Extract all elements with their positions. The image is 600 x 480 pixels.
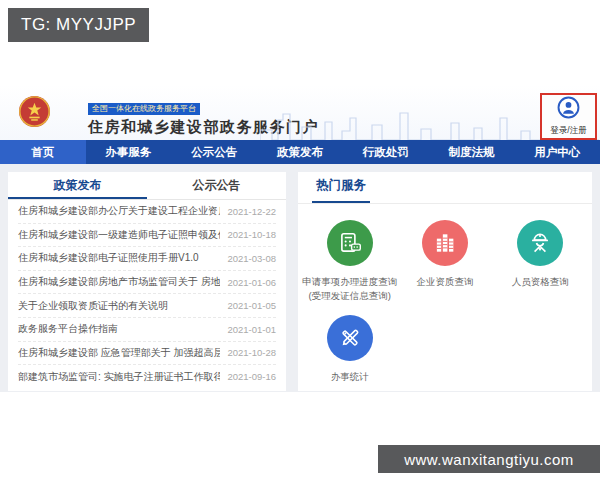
- list-item-title: 住房和城乡建设部一级建造师电子证照申领及使用手册: [18, 228, 220, 242]
- policy-panel-tabs: 政策发布 公示公告: [8, 172, 286, 200]
- platform-badge: 全国一体化在线政务服务平台: [88, 103, 200, 115]
- watermark-bar: www.wanxitangtiyu.com: [378, 445, 600, 473]
- tg-overlay-label: TG: MYYJJPP: [8, 8, 149, 42]
- list-item[interactable]: 住房和城乡建设部 应急管理部关于 加强超高层建筑规划建设...2021-10-2…: [18, 342, 276, 366]
- tab-public-notice[interactable]: 公示公告: [147, 172, 286, 199]
- list-item-title: 住房和城乡建设部电子证照使用手册V1.0: [18, 251, 199, 265]
- policy-list: 住房和城乡建设部办公厅关于建设工程企业资质统一延续有关...2021-12-22…: [8, 200, 286, 389]
- list-item-date: 2021-01-06: [227, 277, 276, 288]
- hot-services-header: 热门服务: [298, 172, 592, 204]
- list-item-date: 2021-01-05: [227, 300, 276, 311]
- site-header: 全国一体化在线政务服务平台 住房和城乡建设部政务服务门户 登录/注册: [0, 85, 600, 140]
- hot-services-title: 热门服务: [312, 177, 370, 203]
- service-label: 办事统计: [331, 370, 369, 384]
- nav-item-2[interactable]: 公示公告: [171, 140, 257, 164]
- list-item-date: 2021-10-28: [227, 347, 276, 358]
- service-label: 企业资质查询: [416, 275, 473, 289]
- national-emblem-icon: [18, 95, 51, 128]
- list-item[interactable]: 政务服务平台操作指南2021-01-01: [18, 318, 276, 342]
- service-worker[interactable]: 人员资格查询: [493, 220, 588, 303]
- service-building[interactable]: 企业资质查询: [397, 220, 492, 303]
- service-statistics[interactable]: 办事统计: [302, 315, 397, 384]
- site-title: 住房和城乡建设部政务服务门户: [88, 118, 319, 137]
- service-label: 人员资格查询: [512, 275, 569, 289]
- list-item[interactable]: 关于企业领取资质证书的有关说明2021-01-05: [18, 294, 276, 318]
- list-item-title: 关于企业领取资质证书的有关说明: [18, 299, 168, 313]
- service-calculator[interactable]: 申请事项办理进度查询(受理发证信息查询): [302, 220, 397, 303]
- main-navigation: 首页办事服务公示公告政策发布行政处罚制度法规用户中心: [0, 140, 600, 164]
- login-register-label: 登录/注册: [550, 125, 586, 137]
- statistics-icon: [327, 315, 373, 361]
- worker-icon: [517, 220, 563, 266]
- list-item-date: 2021-01-01: [227, 324, 276, 335]
- tab-policy-release[interactable]: 政策发布: [8, 172, 147, 199]
- list-item-title: 部建筑市场监管司: 实施电子注册证书工作取得初步进展: [18, 370, 220, 384]
- list-item[interactable]: 住房和城乡建设部一级建造师电子证照申领及使用手册2021-10-18: [18, 224, 276, 248]
- nav-item-4[interactable]: 行政处罚: [343, 140, 429, 164]
- nav-item-6[interactable]: 用户中心: [514, 140, 600, 164]
- service-label: 申请事项办理进度查询(受理发证信息查询): [302, 275, 397, 303]
- list-item-date: 2021-10-18: [227, 229, 276, 240]
- nav-item-3[interactable]: 政策发布: [257, 140, 343, 164]
- policy-panel: 政策发布 公示公告 住房和城乡建设部办公厅关于建设工程企业资质统一延续有关...…: [8, 172, 286, 391]
- service-sublabel: (受理发证信息查询): [302, 289, 397, 303]
- nav-item-0[interactable]: 首页: [0, 140, 86, 164]
- list-item[interactable]: 部建筑市场监管司: 实施电子注册证书工作取得初步进展2021-09-16: [18, 365, 276, 389]
- nav-item-1[interactable]: 办事服务: [86, 140, 172, 164]
- building-icon: [422, 220, 468, 266]
- list-item-title: 政务服务平台操作指南: [18, 322, 118, 336]
- content-area: 政策发布 公示公告 住房和城乡建设部办公厅关于建设工程企业资质统一延续有关...…: [0, 164, 600, 392]
- hot-services-grid: 申请事项办理进度查询(受理发证信息查询)企业资质查询人员资格查询办事统计: [298, 204, 592, 395]
- user-avatar-icon: [557, 96, 580, 123]
- list-item-date: 2021-03-08: [227, 253, 276, 264]
- list-item[interactable]: 住房和城乡建设部房地产市场监管司关于 房地产开发企业一级...2021-01-0…: [18, 271, 276, 295]
- hot-services-panel: 热门服务 申请事项办理进度查询(受理发证信息查询)企业资质查询人员资格查询办事统…: [298, 172, 592, 391]
- list-item-title: 住房和城乡建设部房地产市场监管司关于 房地产开发企业一级...: [18, 275, 220, 289]
- list-item-title: 住房和城乡建设部 应急管理部关于 加强超高层建筑规划建设...: [18, 346, 220, 360]
- nav-item-5[interactable]: 制度法规: [429, 140, 515, 164]
- header-text: 全国一体化在线政务服务平台 住房和城乡建设部政务服务门户: [88, 97, 319, 137]
- login-register-button[interactable]: 登录/注册: [540, 93, 597, 140]
- list-item[interactable]: 住房和城乡建设部电子证照使用手册V1.02021-03-08: [18, 247, 276, 271]
- list-item-date: 2021-12-22: [227, 206, 276, 217]
- list-item-date: 2021-09-16: [227, 371, 276, 382]
- list-item[interactable]: 住房和城乡建设部办公厅关于建设工程企业资质统一延续有关...2021-12-22: [18, 200, 276, 224]
- list-item-title: 住房和城乡建设部办公厅关于建设工程企业资质统一延续有关...: [18, 204, 220, 218]
- calculator-icon: [327, 220, 373, 266]
